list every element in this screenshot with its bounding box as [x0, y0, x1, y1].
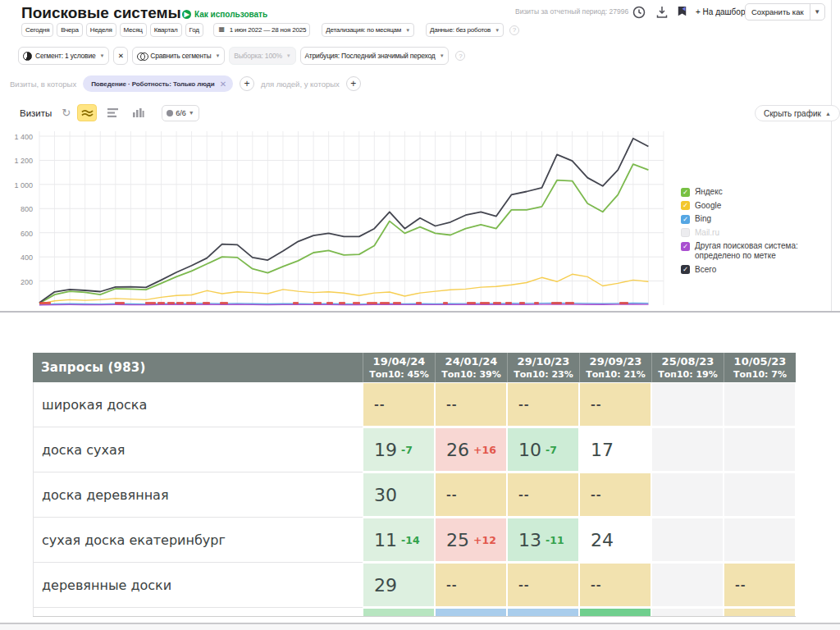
date-label: 29/09/23 [580, 355, 651, 368]
legend-label: Яндекс [695, 187, 723, 197]
legend-item-6[interactable]: ✓Всего [681, 265, 829, 275]
add-user-filter-button[interactable]: + [346, 76, 361, 91]
chart-type-columns-button[interactable] [128, 104, 148, 121]
compare-label: Сравнить сегменты [150, 52, 211, 60]
chip-remove-icon[interactable]: ✕ [220, 80, 226, 89]
value-cell-inner: 30 [363, 473, 434, 516]
segment-pie-icon [23, 52, 32, 61]
save-as-button[interactable]: Сохранить как ▼ [745, 3, 825, 21]
save-as-dropdown[interactable]: ▼ [810, 4, 824, 20]
detail-select[interactable]: Детализация: по месяцам▼ [322, 23, 414, 37]
legend-checkbox[interactable]: ✓ [681, 242, 690, 251]
value-cell [507, 608, 579, 617]
rank-value: 13 [518, 530, 541, 550]
value-cell: 30 [363, 472, 435, 518]
value-cell: -- [724, 563, 796, 608]
top10-label: Топ10: 19% [652, 369, 724, 380]
help-icon[interactable]: ? [455, 51, 465, 61]
date-range-button[interactable]: ▦1 июн 2022 — 28 ноя 2025 [213, 23, 311, 37]
value-cell: 17 [579, 427, 651, 472]
data-robots-select[interactable]: Данные: без роботов▼ [426, 23, 504, 37]
attribution-button[interactable]: Атрибуция: Последний значимый переход▼ [300, 47, 450, 65]
value-cell: -- [507, 382, 579, 427]
rank-delta: -7 [546, 444, 557, 456]
visits-period-meta: Визиты за отчетный период: 27996 [515, 7, 628, 16]
clear-segment-button[interactable]: ✕ [113, 47, 128, 65]
query-cell [33, 608, 363, 617]
value-cell: -- [363, 382, 435, 427]
period-button-6[interactable]: Год [185, 23, 203, 37]
export-download-icon[interactable] [655, 5, 669, 20]
how-to-use-link[interactable]: ▶ Как использовать [182, 10, 267, 19]
sampling-button[interactable]: Выборка: 100%▼ [229, 47, 295, 65]
chart-legend: ✓Яндекс✓Google✓BingMail.ru✓Другая поиско… [681, 187, 829, 278]
attribution-label: Атрибуция: Последний значимый переход [305, 52, 436, 60]
legend-item-4[interactable]: Mail.ru [681, 228, 829, 238]
legend-checkbox[interactable]: ✓ [681, 215, 690, 224]
hide-chart-button[interactable]: Скрыть график ▲ [755, 105, 840, 121]
legend-checkbox[interactable]: ✓ [681, 265, 690, 274]
refresh-icon[interactable]: ↻ [62, 107, 71, 119]
metrica-report-panel: Поисковые системы ▶ Как использовать Виз… [0, 0, 840, 311]
chart-type-bars-button[interactable] [103, 104, 122, 121]
legend-checkbox[interactable]: ✓ [681, 188, 690, 197]
value-cell-inner: -- [508, 473, 578, 516]
period-button-5[interactable]: Квартал [150, 23, 182, 37]
value-cell-inner [724, 383, 795, 426]
date-label: 19/04/24 [363, 355, 435, 368]
chevron-down-icon: ▼ [286, 53, 291, 58]
query-cell: деревянные доски [33, 563, 363, 608]
value-cell [579, 608, 651, 617]
top10-label: Топ10: 45% [363, 369, 435, 380]
period-button-3[interactable]: Неделя [86, 23, 116, 37]
date-column-header-1[interactable]: 19/04/24Топ10: 45% [363, 353, 435, 382]
add-filter-button[interactable]: + [240, 76, 254, 91]
rank-value: 17 [591, 440, 614, 460]
legend-item-1[interactable]: ✓Яндекс [681, 187, 829, 197]
chart-type-line-button[interactable] [77, 104, 97, 121]
chevron-down-icon: ▼ [189, 110, 194, 116]
legend-checkbox[interactable]: ✓ [681, 201, 690, 210]
period-button-2[interactable]: Вчера [57, 23, 83, 37]
value-cell-inner: -- [508, 383, 578, 426]
query-cell: сухая доска екатеринбург [33, 518, 363, 563]
value-cell-inner [508, 609, 578, 617]
legend-item-3[interactable]: ✓Bing [681, 214, 829, 224]
date-label: 24/01/24 [436, 355, 507, 368]
legend-item-5[interactable]: ✓Другая поисковая система: определено по… [681, 241, 829, 261]
y-tick-label: 200 [10, 278, 33, 286]
date-column-header-5[interactable]: 25/08/23Топ10: 19% [651, 353, 724, 382]
metrics-selector-button[interactable]: 6/6 ▼ [162, 105, 199, 121]
metrica-flag-icon[interactable] [675, 5, 689, 19]
value-cell-inner [580, 609, 651, 617]
date-column-header-6[interactable]: 10/05/23Топ10: 7% [724, 353, 796, 382]
detail-label: Детализация: по месяцам [326, 26, 401, 34]
no-data-marker: -- [591, 488, 602, 501]
add-to-dashboard-button[interactable]: + На дашборд [696, 7, 750, 16]
value-cell-inner [652, 518, 723, 561]
history-clock-icon[interactable] [632, 5, 646, 20]
play-circle-icon: ▶ [182, 10, 191, 19]
rank-value: 29 [374, 575, 397, 596]
value-cell-inner [724, 518, 795, 561]
period-button-4[interactable]: Месяц [120, 23, 147, 37]
value-cell: -- [435, 472, 507, 518]
value-cell-inner: -- [580, 383, 651, 426]
date-column-header-3[interactable]: 29/10/23Топ10: 23% [507, 353, 579, 382]
compare-segments-button[interactable]: Сравнить сегменты▼ [132, 47, 225, 65]
legend-item-2[interactable]: ✓Google [681, 201, 829, 211]
help-icon[interactable]: ? [509, 25, 519, 35]
compare-icon [137, 52, 147, 61]
value-cell-inner: 17 [580, 428, 651, 471]
no-data-marker: -- [446, 488, 458, 501]
filter-chip[interactable]: Поведение · Роботность: Только люди ✕ [83, 75, 233, 92]
value-cell-inner: -- [436, 383, 506, 426]
value-cell: 13-11 [507, 518, 579, 563]
period-button-1[interactable]: Сегодня [21, 23, 53, 37]
date-column-header-4[interactable]: 29/09/23Топ10: 21% [579, 353, 651, 382]
legend-checkbox[interactable] [681, 228, 690, 237]
segment-button[interactable]: Сегмент: 1 условие▼ [18, 47, 109, 65]
date-column-header-2[interactable]: 24/01/24Топ10: 39% [435, 353, 507, 382]
value-cell-inner: 25+12 [436, 518, 506, 561]
table-row: сухая доска екатеринбург11-1425+1213-112… [33, 518, 796, 563]
